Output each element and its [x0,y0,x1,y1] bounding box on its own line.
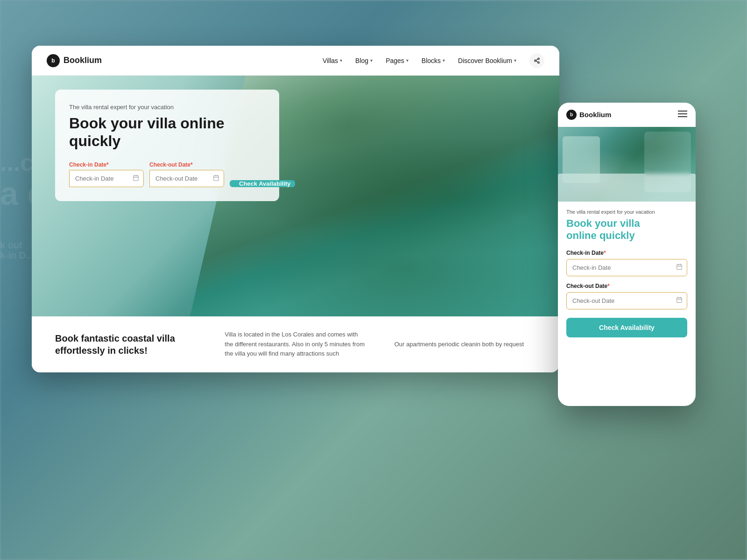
mobile-nav: b Booklium [558,103,696,127]
mobile-subtitle: The villa rental expert for your vacatio… [566,209,687,215]
desktop-hero: The villa rental expert for your vacatio… [32,76,559,316]
mobile-logo-icon: b [566,110,577,120]
bottom-col-1: Book fantastic coastal villa effortlessl… [55,332,197,357]
svg-line-3 [536,61,538,62]
chevron-down-icon: ▾ [514,58,516,63]
mobile-content: The villa rental expert for your vacatio… [558,202,696,345]
checkin-input-wrap [69,170,144,187]
bottom-heading: Book fantastic coastal villa effortlessl… [55,332,197,357]
bottom-col-3: Our apartments periodic cleanin both by … [395,340,536,350]
checkin-input[interactable] [69,170,144,187]
checkin-group: Check-in Date* [69,161,144,187]
chevron-down-icon: ▾ [443,58,445,63]
logo-text: Booklium [63,56,102,65]
nav-blog[interactable]: Blog ▾ [355,57,373,64]
share-button[interactable] [529,53,544,68]
mobile-checkin-wrap [566,259,687,276]
nav-discover[interactable]: Discover Booklium ▾ [458,57,516,64]
mobile-checkin-label: Check-in Date* [566,250,687,256]
chevron-down-icon: ▾ [340,58,342,63]
mobile-logo-text: Booklium [579,111,611,119]
desktop-bottom-section: Book fantastic coastal villa effortlessl… [32,316,559,372]
nav-blocks[interactable]: Blocks ▾ [422,57,445,64]
desktop-mockup: b Booklium Villas ▾ Blog ▾ Pages ▾ Block… [32,46,559,372]
bottom-text-2: Villa is located in the Los Corales and … [225,330,366,359]
check-availability-button-mobile[interactable]: Check Availability [566,318,687,337]
mobile-calendar-icon [676,264,683,272]
chevron-down-icon: ▾ [370,58,373,63]
mobile-hero-image [558,127,696,202]
bottom-col-2: Villa is located in the Los Corales and … [225,330,366,359]
mobile-checkout-input[interactable] [566,292,687,309]
mobile-hero-glass-pane [644,132,691,192]
nav-villas[interactable]: Villas ▾ [323,57,342,64]
mobile-checkout-label: Check-out Date* [566,283,687,289]
hamburger-icon[interactable] [678,110,687,119]
desktop-logo[interactable]: b Booklium [47,54,102,67]
svg-rect-16 [677,265,682,270]
mobile-checkin-input[interactable] [566,259,687,276]
nav-pages[interactable]: Pages ▾ [386,57,409,64]
checkout-label: Check-out Date* [149,161,224,168]
check-availability-button-desktop[interactable]: Check Availability [230,180,295,187]
mobile-logo[interactable]: b Booklium [566,110,611,120]
mobile-title: Book your villa online quickly [566,217,687,242]
desktop-nav: b Booklium Villas ▾ Blog ▾ Pages ▾ Block… [32,46,559,76]
hero-subtitle: The villa rental expert for your vacatio… [69,104,265,111]
bottom-text-3: Our apartments periodic cleanin both by … [395,340,536,350]
svg-rect-20 [677,298,682,303]
nav-links: Villas ▾ Blog ▾ Pages ▾ Blocks ▾ Discove… [323,53,544,68]
checkin-label: Check-in Date* [69,161,144,168]
checkout-group: Check-out Date* [149,161,224,187]
checkout-input-wrap [149,170,224,187]
chevron-down-icon: ▾ [406,58,409,63]
hero-booking-card: The villa rental expert for your vacatio… [55,90,279,201]
mobile-checkout-wrap [566,292,687,309]
hero-title: Book your villa online quickly [69,114,265,150]
mobile-calendar-icon-2 [676,297,683,305]
svg-line-4 [536,59,538,60]
mobile-mockup: b Booklium The villa rental expert for y… [558,103,696,406]
checkout-input[interactable] [149,170,224,187]
logo-icon: b [47,54,60,67]
